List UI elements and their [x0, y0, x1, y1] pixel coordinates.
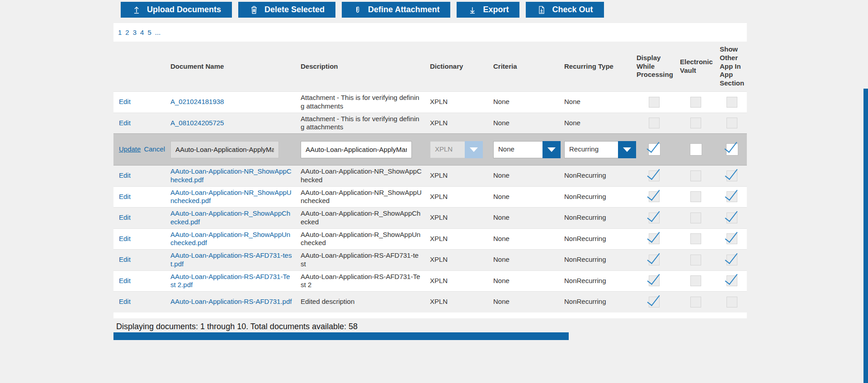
export-button[interactable]: Export — [457, 2, 519, 18]
recurring-type-text: NonRecurring — [559, 250, 631, 271]
document-name-link[interactable]: AAuto-Loan-Application-RS-AFD731.pdf — [170, 298, 292, 305]
electronic-vault-checkbox — [690, 191, 701, 202]
show-other-app-in-app-section-checkbox — [726, 213, 737, 223]
show-other-app-in-app-section-checkbox — [726, 191, 737, 202]
description-text: Edited description — [295, 292, 425, 312]
display-while-processing-checkbox — [649, 170, 660, 181]
header-actions — [113, 42, 165, 92]
document-name-link[interactable]: AAuto-Loan-Application-RS-AFD731-test.pd… — [170, 251, 292, 268]
document-name-link[interactable]: A_021024181938 — [170, 98, 224, 105]
dictionary-text: XPLN — [425, 292, 488, 312]
header-description: Description — [295, 42, 425, 92]
criteria-text: None — [488, 228, 559, 250]
recurring-type-text: NonRecurring — [559, 228, 631, 250]
description-input[interactable] — [301, 141, 412, 158]
recurring-type-text: NonRecurring — [559, 292, 631, 312]
upload-documents-button[interactable]: Upload Documents — [121, 2, 232, 18]
check-icon — [647, 208, 660, 222]
electronic-vault-checkbox[interactable] — [690, 143, 702, 156]
show-other-app-in-app-section-checkbox — [726, 97, 737, 108]
recurring-type-text: None — [559, 92, 631, 113]
paperclip-icon — [353, 5, 363, 15]
toolbar: Upload DocumentsDelete SelectedDefine At… — [121, 2, 604, 18]
dictionary-select-arrow-button — [465, 141, 483, 158]
recurring-type-text: NonRecurring — [559, 186, 631, 208]
chevron-down-icon — [470, 147, 478, 152]
criteria-select[interactable]: None — [493, 141, 561, 158]
show-other-app-in-app-section-checkbox[interactable] — [726, 143, 738, 156]
table-row: EditAAuto-Loan-Application-R_ShowAppChec… — [113, 208, 747, 229]
edit-link[interactable]: Edit — [119, 213, 131, 221]
status-text: Displaying documents: 1 through 10. Tota… — [116, 322, 358, 331]
edit-link[interactable]: Edit — [119, 193, 131, 200]
dictionary-text: XPLN — [425, 165, 488, 187]
vertical-scrollbar-thumb[interactable] — [863, 89, 868, 383]
recurring-type-select-arrow-button[interactable] — [618, 141, 636, 158]
electronic-vault-checkbox — [690, 233, 701, 244]
edit-link[interactable]: Edit — [119, 255, 131, 263]
page-link-2[interactable]: 2 — [125, 28, 129, 36]
edit-link[interactable]: Edit — [119, 277, 131, 284]
document-name-link[interactable]: AAuto-Loan-Application-NR_ShowAppChecked… — [170, 167, 292, 184]
chevron-down-icon — [547, 147, 556, 152]
edit-mode-row: UpdateCancelXPLNNoneRecurring — [113, 134, 747, 165]
criteria-text: None — [488, 250, 559, 271]
recurring-type-text: NonRecurring — [559, 270, 631, 292]
page-link-3[interactable]: 3 — [133, 28, 137, 36]
document-name-link[interactable]: AAuto-Loan-Application-R_ShowAppChecked.… — [170, 209, 290, 226]
check-icon — [725, 208, 737, 222]
page-link-1[interactable]: 1 — [118, 28, 122, 36]
check-icon — [724, 139, 737, 153]
header-dictionary: Dictionary — [425, 42, 488, 92]
check-icon — [725, 166, 737, 180]
display-while-processing-checkbox — [649, 297, 660, 307]
check-out-button[interactable]: Check Out — [526, 2, 604, 18]
recurring-type-select[interactable]: Recurring — [564, 141, 636, 158]
dictionary-text: XPLN — [425, 113, 488, 134]
delete-selected-button[interactable]: Delete Selected — [238, 2, 335, 18]
document-name-link[interactable]: AAuto-Loan-Application-RS-AFD731-Test 2.… — [170, 273, 290, 289]
description-text: Attachment - This is for verifying defin… — [295, 92, 425, 113]
horizontal-scrollbar-thumb[interactable] — [113, 332, 569, 340]
page-link-5[interactable]: 5 — [147, 28, 151, 36]
check-icon — [647, 187, 660, 201]
table-row: EditAAuto-Loan-Application-RS-AFD731.pdf… — [113, 292, 747, 312]
electronic-vault-checkbox — [690, 97, 701, 108]
show-other-app-in-app-section-checkbox — [726, 255, 737, 265]
cancel-link[interactable]: Cancel — [144, 145, 165, 153]
dictionary-select-value: XPLN — [430, 141, 465, 158]
page-ellipsis[interactable]: ... — [155, 28, 161, 36]
update-link[interactable]: Update — [119, 145, 141, 153]
show-other-app-in-app-section-checkbox — [726, 170, 737, 181]
page-link-4[interactable]: 4 — [140, 28, 144, 36]
edit-link[interactable]: Edit — [119, 119, 131, 127]
header-recurring-type: Recurring Type — [559, 42, 631, 92]
edit-link[interactable]: Edit — [119, 98, 131, 105]
criteria-text: None — [488, 208, 559, 229]
define-attachment-button[interactable]: Define Attachment — [342, 2, 450, 18]
display-while-processing-checkbox[interactable] — [648, 143, 660, 156]
description-text: Attachment - This is for verifying defin… — [295, 113, 425, 134]
checkout-document-icon — [537, 5, 547, 15]
criteria-text: None — [488, 113, 559, 134]
edit-link[interactable]: Edit — [119, 235, 131, 242]
criteria-text: None — [488, 186, 559, 208]
criteria-select-arrow-button[interactable] — [542, 141, 561, 158]
table-row: EditAAuto-Loan-Application-RS-AFD731-Tes… — [113, 270, 747, 292]
document-name-link[interactable]: A_081024205725 — [170, 119, 224, 127]
button-label: Check Out — [552, 5, 593, 14]
document-name-link[interactable]: AAuto-Loan-Application-R_ShowAppUnchecke… — [170, 231, 290, 247]
header-electronic-vault: Electronic Vault — [675, 42, 714, 92]
edit-link[interactable]: Edit — [119, 298, 131, 305]
description-text: AAuto-Loan-Application-NR_ShowAppUncheck… — [295, 186, 425, 208]
check-icon — [647, 271, 660, 285]
dictionary-text: XPLN — [425, 228, 488, 250]
table-body: EditA_021024181938Attachment - This is f… — [113, 92, 747, 312]
description-text: AAuto-Loan-Application-NR_ShowAppChecked — [295, 165, 425, 187]
document-name-link[interactable]: AAuto-Loan-Application-NR_ShowAppUncheck… — [170, 189, 292, 205]
pagination: 12345... — [113, 23, 747, 42]
edit-link[interactable]: Edit — [119, 171, 131, 179]
table-header-row: Document NameDescriptionDictionaryCriter… — [113, 42, 747, 92]
show-other-app-in-app-section-checkbox — [726, 233, 737, 244]
check-icon — [725, 271, 737, 285]
